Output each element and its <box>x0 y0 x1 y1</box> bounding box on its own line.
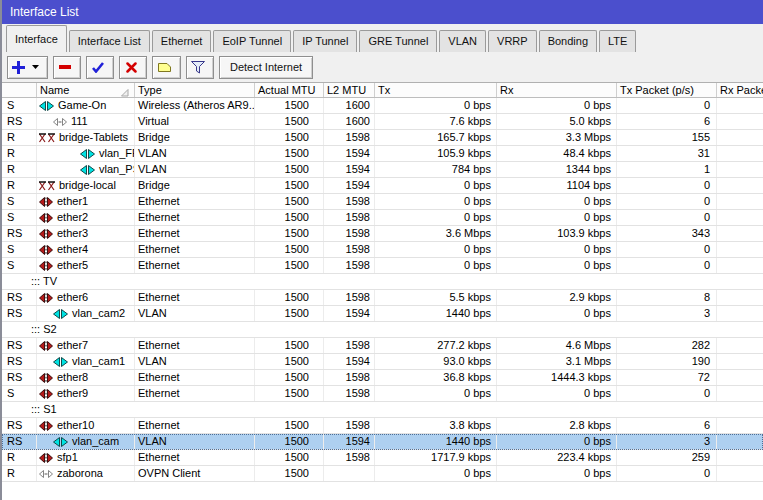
table-row[interactable]: RSvlan_cam2VLAN150015941440 bps0 bps3 <box>2 306 763 322</box>
tx-packet-cell: 6 <box>617 114 717 129</box>
table-header-row: NameTypeActual MTUL2 MTUTxRxTx Packet (p… <box>2 83 763 98</box>
comment-button[interactable] <box>152 56 181 79</box>
interface-table: NameTypeActual MTUL2 MTUTxRxTx Packet (p… <box>2 82 763 500</box>
column-header-actual-mtu[interactable]: Actual MTU <box>255 83 324 97</box>
table-row[interactable]: Sether5Ethernet150015980 bps0 bps0 <box>2 258 763 274</box>
tx-packet-cell: 0 <box>617 194 717 209</box>
tx-packet-cell: 343 <box>617 226 717 241</box>
filter-icon <box>191 61 205 74</box>
tab-ip-tunnel[interactable]: IP Tunnel <box>293 30 357 52</box>
table-row[interactable]: RSvlan_cam1VLAN1500159493.0 kbps3.1 Mbps… <box>2 354 763 370</box>
virtual-icon <box>53 118 67 126</box>
flag-cell: RS <box>2 290 37 305</box>
column-header-type[interactable]: Type <box>135 83 255 97</box>
comment-row[interactable]: ::: S2 <box>2 322 763 338</box>
tab-gre-tunnel[interactable]: GRE Tunnel <box>359 30 437 52</box>
table-row[interactable]: Rvlan_PS4VLAN15001594784 bps1344 bps1 <box>2 162 763 178</box>
interface-name: ether3 <box>57 226 88 241</box>
interface-name: ether2 <box>57 210 88 225</box>
flag-cell: S <box>2 386 37 401</box>
tab-lte[interactable]: LTE <box>599 30 636 52</box>
tab-interface[interactable]: Interface <box>6 25 67 52</box>
disable-button[interactable] <box>119 56 147 79</box>
remove-button[interactable] <box>53 56 81 79</box>
column-header-name[interactable]: Name <box>37 83 135 97</box>
l2-mtu-cell: 1598 <box>324 338 375 353</box>
table-row[interactable]: RSether10Ethernet150015983.8 kbps2.8 kbp… <box>2 418 763 434</box>
comment-row[interactable]: ::: S1 <box>2 402 763 418</box>
interface-name: ether6 <box>57 290 88 305</box>
table-row[interactable]: RzaboronaOVPN Client15000 bps0 bps0 <box>2 466 763 482</box>
table-row[interactable]: Rvlan_FREEVLAN15001594105.9 kbps48.4 kbp… <box>2 146 763 162</box>
rx-packet-cell <box>717 162 763 177</box>
flag-cell: RS <box>2 338 37 353</box>
flag-cell: RS <box>2 226 37 241</box>
table-row[interactable]: Sether1Ethernet150015980 bps0 bps0 <box>2 194 763 210</box>
tx-cell: 165.7 kbps <box>375 130 497 145</box>
tx-packet-cell: 8 <box>617 290 717 305</box>
name-cell: Game-On <box>37 98 135 113</box>
table-row[interactable]: RSether8Ethernet1500159836.8 kbps1444.3 … <box>2 370 763 386</box>
column-header-rx[interactable]: Rx <box>497 83 617 97</box>
column-header-l2-mtu[interactable]: L2 MTU <box>324 83 375 97</box>
comment-cell: ::: S2 <box>2 322 763 337</box>
ethernet-icon <box>39 245 53 255</box>
l2-mtu-cell: 1600 <box>324 114 375 129</box>
table-row[interactable]: SGame-OnWireless (Atheros AR9...15001600… <box>2 98 763 114</box>
table-row[interactable]: RS111Virtual150016007.6 kbps5.0 kbps6 <box>2 114 763 130</box>
type-cell: Ethernet <box>135 242 255 257</box>
type-cell: VLAN <box>135 162 255 177</box>
rx-cell: 0 bps <box>497 434 617 449</box>
table-row[interactable]: Rsfp1Ethernet150015981717.9 kbps223.4 kb… <box>2 450 763 466</box>
tx-cell: 0 bps <box>375 258 497 273</box>
tab-vlan[interactable]: VLAN <box>439 30 486 52</box>
enable-button[interactable] <box>86 56 114 79</box>
detect-internet-button[interactable]: Detect Internet <box>219 56 313 79</box>
actual-mtu-cell: 1500 <box>255 194 324 209</box>
column-header-flags[interactable] <box>2 83 37 97</box>
table-row[interactable]: RSvlan_camVLAN150015941440 bps0 bps3 <box>2 434 763 450</box>
tab-vrrp[interactable]: VRRP <box>488 30 537 52</box>
tx-cell: 0 bps <box>375 98 497 113</box>
actual-mtu-cell: 1500 <box>255 290 324 305</box>
tx-cell: 1440 bps <box>375 434 497 449</box>
tab-ethernet[interactable]: Ethernet <box>152 30 212 52</box>
table-row[interactable]: Sether4Ethernet150015980 bps0 bps0 <box>2 242 763 258</box>
table-row[interactable]: RSether6Ethernet150015985.5 kbps2.9 kbps… <box>2 290 763 306</box>
column-header-rx-packet[interactable]: Rx Packet (p/s) <box>717 83 763 97</box>
table-row[interactable]: RSether7Ethernet15001598277.2 kbps4.6 Mb… <box>2 338 763 354</box>
type-cell: Bridge <box>135 130 255 145</box>
tab-eoip-tunnel[interactable]: EoIP Tunnel <box>213 30 291 52</box>
column-header-tx[interactable]: Tx <box>375 83 497 97</box>
table-row[interactable]: Rbridge-localBridge150015940 bps1104 bps… <box>2 178 763 194</box>
flag-cell: RS <box>2 114 37 129</box>
tx-packet-cell: 3 <box>617 306 717 321</box>
rx-packet-cell <box>717 434 763 449</box>
l2-mtu-cell: 1598 <box>324 258 375 273</box>
name-cell: ether1 <box>37 194 135 209</box>
window-titlebar[interactable]: Interface List <box>2 0 763 24</box>
tx-cell: 0 bps <box>375 178 497 193</box>
l2-mtu-cell: 1594 <box>324 306 375 321</box>
comment-row[interactable]: ::: TV <box>2 274 763 290</box>
filter-button[interactable] <box>186 56 214 79</box>
table-row[interactable]: Sether2Ethernet150015980 bps0 bps0 <box>2 210 763 226</box>
add-button[interactable] <box>7 56 48 79</box>
table-row[interactable]: RSether3Ethernet150015983.6 Mbps103.9 kb… <box>2 226 763 242</box>
rx-cell: 0 bps <box>497 386 617 401</box>
table-row[interactable]: Rbridge-TabletsBridge15001598165.7 kbps3… <box>2 130 763 146</box>
plus-icon <box>12 61 25 74</box>
table-row[interactable]: Sether9Ethernet150015980 bps0 bps0 <box>2 386 763 402</box>
actual-mtu-cell: 1500 <box>255 434 324 449</box>
interface-list-window: Interface List InterfaceInterface ListEt… <box>0 0 763 500</box>
l2-mtu-cell: 1598 <box>324 226 375 241</box>
column-header-tx-packet[interactable]: Tx Packet (p/s) <box>617 83 717 97</box>
tab-bonding[interactable]: Bonding <box>539 30 597 52</box>
name-cell: ether9 <box>37 386 135 401</box>
actual-mtu-cell: 1500 <box>255 450 324 465</box>
tab-interface-list[interactable]: Interface List <box>69 30 150 52</box>
tx-packet-cell: 0 <box>617 242 717 257</box>
flag-cell: R <box>2 146 37 161</box>
check-icon <box>92 62 104 73</box>
rx-cell: 48.4 kbps <box>497 146 617 161</box>
